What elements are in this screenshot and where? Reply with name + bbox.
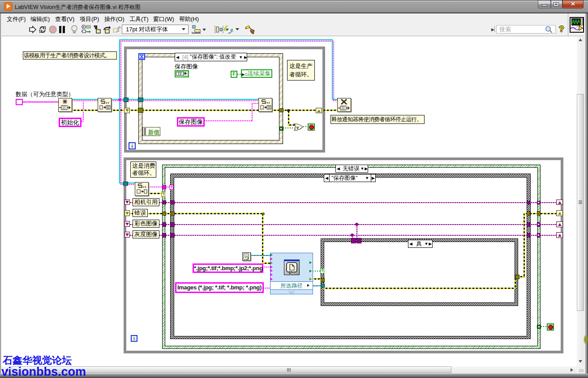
svg-text:v: v xyxy=(296,125,299,130)
